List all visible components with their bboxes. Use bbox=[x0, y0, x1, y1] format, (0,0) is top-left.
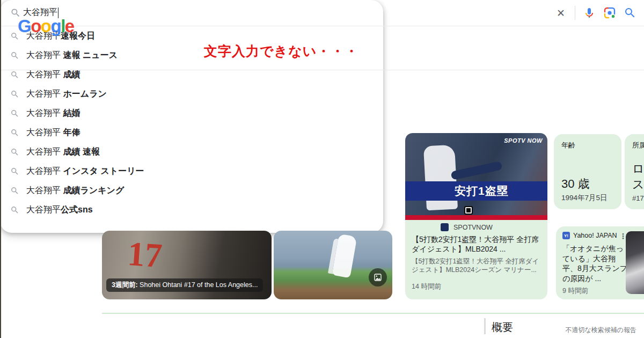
suggestion-completion: 成績 bbox=[63, 69, 80, 80]
suggestion-item[interactable]: 大谷翔平 成績ランキング bbox=[0, 181, 644, 200]
thumbnail-overlay-text: 安打1盗塁 bbox=[455, 183, 509, 199]
image-caption: 3週間前: Shohei Ohtani #17 of the Los Angel… bbox=[106, 278, 263, 292]
suggestion-completion: 結婚 bbox=[63, 108, 80, 119]
age-label: 年齢 bbox=[561, 141, 614, 150]
search-icon bbox=[10, 128, 19, 137]
clear-icon[interactable]: ✕ bbox=[554, 7, 567, 19]
suggestion-text: 大谷翔平 bbox=[26, 108, 63, 119]
video-source: SPOTVNOW bbox=[453, 224, 493, 231]
search-icon bbox=[10, 109, 19, 118]
team-name-line: ロ bbox=[632, 161, 644, 177]
video-title[interactable]: 【5打数2安打1盗塁！大谷翔平 全打席ダイジェスト】MLB2024 ... bbox=[412, 234, 542, 254]
logo-letter: o bbox=[31, 16, 41, 36]
google-lens-icon[interactable] bbox=[603, 6, 616, 19]
search-icon bbox=[10, 70, 19, 79]
search-submit-icon[interactable] bbox=[624, 6, 636, 19]
suggestion-item[interactable]: 大谷翔平 年俸 bbox=[0, 123, 644, 142]
knowledge-team-card[interactable]: 所属 ロ ス #17 bbox=[625, 134, 644, 209]
news-timestamp: 9 時間前 bbox=[562, 286, 588, 296]
news-source: Yahoo! JAPAN bbox=[573, 232, 617, 239]
annotation-text: 文字入力できない・・・ bbox=[204, 42, 358, 60]
image-result-ohtani-jersey[interactable]: 17 3週間前: Shohei Ohtani #17 of the Los An… bbox=[102, 231, 272, 299]
logo-letter: G bbox=[18, 16, 31, 36]
caption-age: 3週間前: bbox=[112, 281, 138, 289]
yahoo-favicon: Y! bbox=[562, 232, 570, 239]
video-result-card[interactable]: SPOTV NOW 安打1盗塁 SPOTVNOW 【5打数2安打1盗塁！大谷翔平… bbox=[405, 133, 547, 299]
logo-letter: l bbox=[61, 16, 65, 36]
video-timestamp: 14 時間前 bbox=[412, 282, 441, 291]
suggestion-item[interactable]: 大谷翔平 結婚 bbox=[0, 104, 644, 123]
birth-date: 1994年7月5日 bbox=[561, 193, 608, 203]
window-left-border bbox=[0, 0, 1, 338]
thumbnail-title-band: 安打1盗塁 bbox=[405, 181, 547, 201]
news-thumbnail[interactable] bbox=[626, 231, 644, 294]
overview-accent-bar bbox=[484, 318, 486, 334]
logo-letter: e bbox=[65, 16, 74, 36]
suggestion-completion: 成績 速報 bbox=[63, 146, 99, 158]
suggestion-completion: 速報 ニュース bbox=[63, 50, 118, 61]
icon-divider bbox=[575, 6, 575, 20]
team-label: 所属 bbox=[632, 141, 644, 150]
search-icon bbox=[10, 167, 19, 176]
suggestion-completion: ホームラン bbox=[63, 89, 107, 100]
jersey-number: 17 bbox=[126, 234, 163, 276]
search-bar[interactable]: 大谷翔平 ✕ bbox=[0, 0, 644, 26]
team-mini-badge bbox=[464, 206, 473, 215]
suggestion-item[interactable]: 大谷翔平 インスタ ストーリー bbox=[0, 161, 644, 181]
suggestion-text: 大谷翔平 bbox=[26, 146, 63, 158]
suggestion-text: 大谷翔平 bbox=[26, 127, 63, 138]
suggestion-text: 大谷翔平 bbox=[26, 166, 63, 177]
suggestion-item[interactable]: 大谷翔平公式sns bbox=[0, 200, 644, 219]
suggestion-text: 大谷翔平 bbox=[26, 89, 63, 100]
age-value: 30 歳 bbox=[561, 176, 590, 192]
thumbnail-red-bar bbox=[405, 215, 547, 220]
suggestion-item[interactable]: 大谷翔平 ホームラン bbox=[0, 84, 644, 104]
batter-figure bbox=[332, 233, 357, 278]
search-icon bbox=[10, 205, 19, 215]
suggestion-completion: 年俸 bbox=[63, 127, 80, 138]
spotv-now-logo: SPOTV NOW bbox=[504, 137, 543, 144]
header-divider bbox=[0, 70, 644, 70]
logo-letter: o bbox=[41, 16, 51, 36]
suggestion-text: 大谷翔平 bbox=[26, 185, 63, 196]
logo-letter: g bbox=[51, 16, 61, 36]
player-arm bbox=[450, 161, 502, 180]
photo-badge[interactable] bbox=[369, 268, 387, 286]
search-icon bbox=[10, 186, 19, 195]
google-logo[interactable]: Google bbox=[18, 16, 74, 36]
overview-heading: 概要 bbox=[492, 320, 513, 335]
suggestion-text: 大谷翔平 bbox=[26, 204, 61, 216]
suggestion-item[interactable]: 大谷翔平 成績 bbox=[0, 65, 644, 84]
knowledge-age-card[interactable]: 年齢 30 歳 1994年7月5日 bbox=[554, 134, 621, 209]
search-icon bbox=[10, 148, 19, 157]
team-name: ロ ス bbox=[632, 161, 644, 192]
team-name-line: ス bbox=[632, 177, 644, 192]
news-title[interactable]: 「オオタニが焦っている」大谷翔平、8月大スランプの原因が ... bbox=[562, 244, 628, 283]
image-icon bbox=[374, 273, 382, 282]
microphone-icon[interactable] bbox=[583, 6, 596, 19]
suggestion-text: 大谷翔平 bbox=[26, 69, 63, 80]
google-search-page: Google 17 3週間前: Shohei Ohtani #17 of the… bbox=[0, 0, 644, 338]
video-description: 【5打数2安打1盗塁！大谷翔平 全打席ダイジェスト】MLB2024シーズン マリ… bbox=[412, 257, 543, 274]
suggestion-completion: 公式sns bbox=[61, 204, 93, 216]
suggestion-item[interactable]: 大谷翔平 成績 速報 bbox=[0, 142, 644, 161]
section-divider bbox=[102, 313, 644, 314]
search-icon bbox=[10, 51, 19, 60]
suggestion-completion: インスタ ストーリー bbox=[63, 166, 144, 177]
suggestion-completion: 成績ランキング bbox=[63, 185, 124, 196]
team-jersey-number: #17 bbox=[632, 194, 644, 202]
video-thumbnail[interactable]: SPOTV NOW 安打1盗塁 bbox=[405, 133, 547, 220]
video-source-favicon bbox=[441, 223, 449, 231]
suggestion-text: 大谷翔平 bbox=[26, 50, 63, 61]
image-result-ohtani-batting[interactable] bbox=[274, 231, 392, 299]
caption-text: Shohei Ohtani #17 of the Los Angeles... bbox=[138, 281, 258, 289]
search-icon bbox=[10, 90, 19, 99]
report-inappropriate-predictions-link[interactable]: 不適切な検索候補の報告 bbox=[565, 326, 636, 335]
